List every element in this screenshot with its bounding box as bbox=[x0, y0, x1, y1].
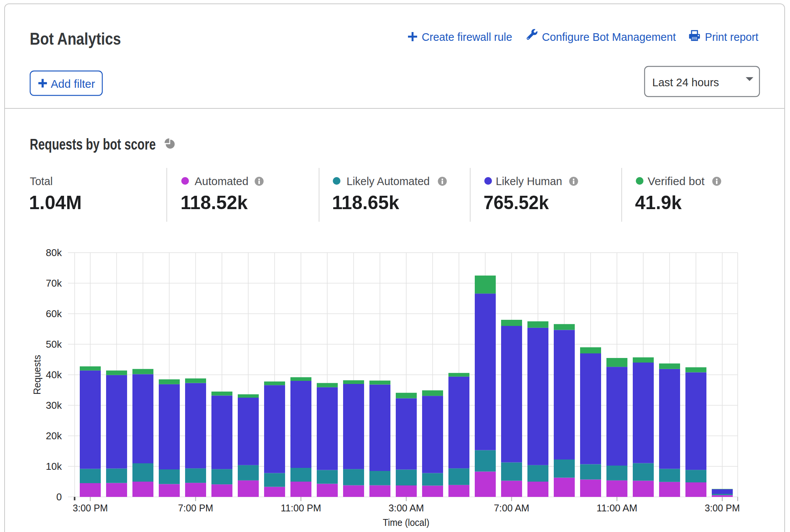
svg-text:Total: Total bbox=[30, 175, 53, 187]
svg-text:30k: 30k bbox=[46, 400, 62, 411]
svg-text:Bot Analytics: Bot Analytics bbox=[30, 29, 121, 48]
svg-text:765.52k: 765.52k bbox=[484, 192, 549, 213]
svg-text:3:00 PM: 3:00 PM bbox=[73, 502, 108, 514]
svg-text:7:00 PM: 7:00 PM bbox=[178, 502, 213, 514]
svg-text:41.9k: 41.9k bbox=[635, 192, 682, 213]
svg-text:Automated: Automated bbox=[195, 175, 248, 187]
svg-text:Add filter: Add filter bbox=[51, 77, 95, 90]
svg-text:Time (local): Time (local) bbox=[383, 517, 429, 528]
svg-text:Verified bot: Verified bot bbox=[648, 175, 705, 187]
svg-text:3:00 PM: 3:00 PM bbox=[705, 502, 740, 514]
svg-text:40k: 40k bbox=[46, 369, 62, 380]
svg-text:20k: 20k bbox=[46, 430, 62, 442]
svg-text:70k: 70k bbox=[46, 277, 62, 289]
svg-text:10k: 10k bbox=[46, 461, 62, 472]
svg-text:50k: 50k bbox=[46, 339, 62, 350]
svg-text:11:00 PM: 11:00 PM bbox=[281, 502, 321, 514]
svg-text:Configure Bot Management: Configure Bot Management bbox=[542, 31, 676, 43]
svg-text:80k: 80k bbox=[46, 247, 62, 258]
svg-text:1.04M: 1.04M bbox=[29, 192, 82, 213]
svg-text:Create firewall rule: Create firewall rule bbox=[422, 31, 512, 43]
svg-text:Requests by bot score: Requests by bot score bbox=[30, 135, 156, 153]
svg-text:7:00 AM: 7:00 AM bbox=[494, 502, 529, 514]
svg-text:0: 0 bbox=[56, 491, 62, 503]
svg-text:11:00 AM: 11:00 AM bbox=[597, 502, 637, 514]
svg-text:60k: 60k bbox=[46, 308, 62, 319]
svg-text:Likely Automated: Likely Automated bbox=[347, 175, 430, 187]
svg-text:3:00 AM: 3:00 AM bbox=[389, 502, 424, 514]
svg-text:Last 24 hours: Last 24 hours bbox=[652, 76, 719, 89]
svg-text:118.65k: 118.65k bbox=[332, 192, 399, 213]
svg-text:Requests: Requests bbox=[31, 355, 43, 395]
svg-text:Print report: Print report bbox=[705, 31, 759, 43]
svg-text:118.52k: 118.52k bbox=[181, 192, 248, 213]
svg-text:Likely Human: Likely Human bbox=[496, 175, 562, 187]
